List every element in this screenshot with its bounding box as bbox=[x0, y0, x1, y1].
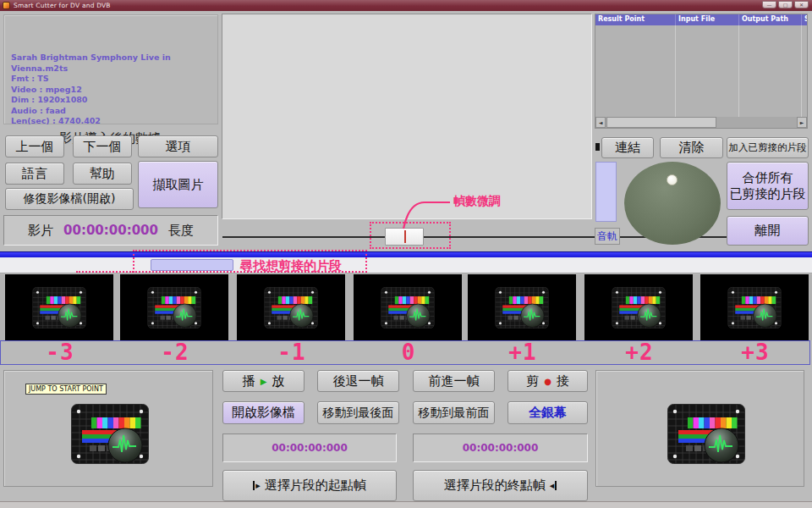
result-table-header: Result Point Input File Output Path S bbox=[595, 14, 807, 25]
exit-button[interactable]: 離開 bbox=[727, 216, 809, 246]
select-start-label: 選擇片段的起點幀 bbox=[265, 478, 366, 494]
maximize-icon[interactable]: ▢ bbox=[778, 1, 793, 8]
options-button[interactable]: 選項 bbox=[138, 135, 218, 157]
table-scroll-thumb[interactable] bbox=[606, 117, 716, 128]
cut-label-left: 剪 bbox=[526, 373, 539, 389]
column-separator bbox=[801, 25, 802, 117]
end-time-display: 00:00:00:000 bbox=[413, 433, 588, 462]
jump-to-start-tooltip: JUMP TO START POINT bbox=[25, 384, 107, 395]
test-pattern-icon bbox=[727, 287, 782, 329]
result-table-body[interactable] bbox=[595, 25, 807, 117]
move-to-end-button[interactable]: 移動到最後面 bbox=[317, 401, 399, 424]
filmstrip-frame[interactable] bbox=[120, 274, 228, 340]
find-segment-highlight bbox=[133, 250, 367, 273]
frame-offset-label: -2 bbox=[121, 341, 229, 364]
scroll-right-icon[interactable]: ► bbox=[797, 117, 807, 128]
frame-offset-label: -3 bbox=[6, 341, 114, 364]
capture-image-button[interactable]: 擷取圖片 bbox=[138, 161, 218, 208]
test-pattern-icon bbox=[147, 287, 201, 329]
find-segment-highlight-tail bbox=[76, 271, 134, 273]
next-button[interactable]: 下一個 bbox=[73, 135, 132, 157]
start-frame-test-pattern-icon bbox=[71, 404, 149, 464]
column-separator bbox=[675, 25, 676, 117]
column-input-file: Input File bbox=[676, 14, 739, 25]
audio-track-text: 音軌 bbox=[597, 229, 617, 244]
play-icon: ▶ bbox=[261, 377, 267, 386]
merge-label-line1: 合併所有 bbox=[743, 170, 793, 186]
start-arrow-icon: ▸ bbox=[253, 481, 261, 490]
frame-tune-arrow bbox=[396, 196, 452, 232]
filmstrip-frame[interactable] bbox=[468, 274, 576, 340]
video-length-time: 00:00:00:000 bbox=[63, 223, 158, 238]
frame-tune-annotation: 幀數微調 bbox=[453, 194, 501, 209]
media-format: Fmt : TS bbox=[11, 74, 217, 85]
window-title: Smart Cutter for DV and DVB bbox=[14, 2, 111, 9]
help-button[interactable]: 幫助 bbox=[73, 163, 132, 185]
media-info-panel: Sarah Brightman Symphony Live in Vienna.… bbox=[3, 14, 218, 124]
video-length-bar: 影片 00:00:00:000 長度 bbox=[3, 215, 218, 246]
cut-label-right: 接 bbox=[557, 373, 569, 389]
column-separator bbox=[738, 25, 739, 117]
start-time-display: 00:00:00:000 bbox=[222, 433, 397, 462]
filmstrip-frame[interactable] bbox=[237, 274, 345, 340]
progress-bar bbox=[0, 251, 812, 257]
language-button[interactable]: 語言 bbox=[5, 163, 64, 185]
forward-one-frame-button[interactable]: 前進一幀 bbox=[413, 370, 495, 392]
play-button[interactable]: 播 ▶ 放 bbox=[222, 370, 304, 392]
media-length-sec: Len(sec) : 4740.402 bbox=[11, 116, 217, 127]
media-dimensions: Dim : 1920x1080 bbox=[11, 95, 217, 106]
audio-track-label: 音軌 bbox=[595, 228, 620, 245]
end-frame-test-pattern-icon bbox=[667, 404, 745, 464]
move-to-front-button[interactable]: 移動到最前面 bbox=[413, 401, 495, 424]
end-arrow-icon: ◂ bbox=[550, 481, 557, 490]
open-video-file-button[interactable]: 開啟影像檔 bbox=[222, 401, 304, 424]
frame-offset-label: +1 bbox=[469, 341, 577, 364]
link-button[interactable]: 連結 bbox=[601, 137, 654, 158]
title-bar: Smart Cutter for DV and DVB — ▢ ✕ bbox=[0, 0, 812, 11]
media-video-codec: Video : mpeg12 bbox=[11, 85, 217, 96]
previous-button[interactable]: 上一個 bbox=[5, 135, 64, 157]
minimize-icon[interactable]: — bbox=[762, 1, 776, 8]
result-table[interactable]: Result Point Input File Output Path S ◄ … bbox=[595, 14, 808, 129]
frame-offset-label: +2 bbox=[585, 341, 694, 364]
scroll-left-icon[interactable]: ◄ bbox=[595, 117, 606, 128]
filmstrip-frame[interactable] bbox=[5, 274, 113, 340]
select-start-frame-button[interactable]: ▸ 選擇片段的起點幀 bbox=[222, 470, 397, 501]
media-audio-codec: Audio : faad bbox=[11, 106, 217, 117]
filmstrip-frame[interactable] bbox=[584, 274, 693, 340]
fullscreen-label: 全銀幕 bbox=[529, 405, 567, 421]
app-icon bbox=[3, 2, 10, 9]
back-one-frame-button[interactable]: 後退一幀 bbox=[317, 370, 399, 392]
frame-offset-label: -1 bbox=[238, 341, 346, 364]
clear-button[interactable]: 清除 bbox=[660, 137, 723, 158]
frame-offset-label: 0 bbox=[354, 341, 463, 364]
frame-offset-label: +3 bbox=[701, 341, 809, 364]
frame-offset-label-strip: -3 -2 -1 0 +1 +2 +3 bbox=[0, 340, 810, 365]
add-cut-segment-button[interactable]: 加入已剪接的片段 bbox=[727, 137, 809, 158]
media-filename: Sarah Brightman Symphony Live in Vienna.… bbox=[11, 52, 217, 74]
record-dot-icon: ● bbox=[544, 377, 551, 386]
table-h-scrollbar[interactable]: ◄ ► bbox=[595, 117, 807, 128]
play-label-left: 播 bbox=[243, 373, 255, 389]
link-indicator bbox=[595, 143, 600, 151]
column-s: S bbox=[802, 14, 807, 25]
film-strip bbox=[0, 274, 812, 340]
fine-slider-track[interactable] bbox=[222, 236, 802, 238]
filmstrip-frame[interactable] bbox=[354, 274, 462, 340]
jog-wheel-knob[interactable] bbox=[667, 174, 678, 185]
play-label-right: 放 bbox=[272, 373, 284, 389]
cut-button[interactable]: 剪 ● 接 bbox=[508, 370, 588, 392]
test-pattern-icon bbox=[381, 287, 435, 329]
filmstrip-frame[interactable] bbox=[700, 274, 809, 340]
close-icon[interactable]: ✕ bbox=[794, 1, 809, 8]
length-prefix-label: 影片 bbox=[28, 223, 53, 239]
volume-slider[interactable] bbox=[595, 162, 617, 222]
fullscreen-button[interactable]: 全銀幕 bbox=[508, 401, 588, 424]
select-end-label: 選擇片段的終點幀 bbox=[444, 478, 546, 494]
merge-all-segments-button[interactable]: 合併所有 已剪接的片段 bbox=[727, 162, 809, 210]
test-pattern-icon bbox=[612, 287, 666, 329]
select-end-frame-button[interactable]: 選擇片段的終點幀 ◂ bbox=[413, 470, 588, 501]
video-preview bbox=[222, 14, 592, 219]
repair-file-button[interactable]: 修復影像檔(開啟) bbox=[5, 188, 134, 210]
length-suffix-label: 長度 bbox=[168, 223, 194, 239]
